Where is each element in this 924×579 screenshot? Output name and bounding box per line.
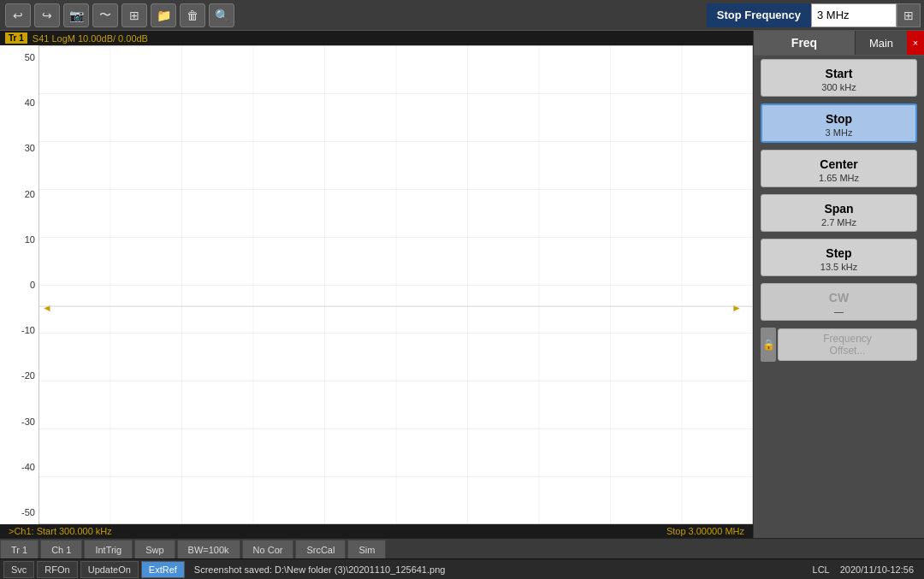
freq-panel: Freq Main × Start 300 kHz Stop 3 MHz Cen… bbox=[753, 31, 924, 538]
tab-nocor[interactable]: No Cor bbox=[242, 540, 294, 558]
grid-button[interactable]: ⊞ bbox=[121, 3, 147, 27]
y-label-n20: -20 bbox=[21, 370, 35, 381]
y-axis: 50 40 30 20 10 0 -10 -20 -30 -40 -50 bbox=[0, 45, 38, 524]
freq-start-button[interactable]: Start 300 kHz bbox=[761, 59, 917, 97]
freq-offset-label: FrequencyOffset... bbox=[782, 333, 913, 357]
trace-label: S41 LogM 10.00dB/ 0.00dB bbox=[33, 33, 148, 44]
status-row: Svc RFOn UpdateOn ExtRef Screenshot save… bbox=[0, 558, 924, 579]
tab-srccal[interactable]: SrcCal bbox=[295, 540, 346, 558]
freq-offset-row: 🔒 FrequencyOffset... bbox=[761, 328, 917, 362]
folder-button[interactable]: 📁 bbox=[151, 3, 176, 27]
freq-center-value: 1.65 MHz bbox=[765, 173, 913, 183]
freq-center-button[interactable]: Center 1.65 MHz bbox=[761, 150, 917, 187]
tab-sim[interactable]: Sim bbox=[347, 540, 386, 558]
grid-area[interactable]: ◄ ► bbox=[38, 45, 753, 524]
main-area: Tr 1 S41 LogM 10.00dB/ 0.00dB 50 40 30 2… bbox=[0, 31, 924, 538]
freq-cw-button: CW — bbox=[761, 283, 917, 321]
freq-cw-value: — bbox=[765, 306, 913, 316]
undo-button[interactable]: ↩ bbox=[5, 3, 31, 27]
freq-span-label: Span bbox=[765, 202, 913, 216]
panel-title: Freq bbox=[754, 31, 856, 55]
freq-step-label: Step bbox=[765, 246, 913, 260]
panel-main-button[interactable]: Main bbox=[856, 31, 907, 55]
freq-step-button[interactable]: Step 13.5 kHz bbox=[761, 239, 917, 276]
camera-button[interactable]: 📷 bbox=[63, 3, 89, 27]
stop-freq-input[interactable] bbox=[811, 3, 897, 27]
freq-center-label: Center bbox=[765, 157, 913, 171]
freq-offset-button: FrequencyOffset... bbox=[778, 328, 917, 361]
freq-step-value: 13.5 kHz bbox=[765, 262, 913, 272]
stop-freq-calc-button[interactable]: ⊞ bbox=[897, 3, 921, 27]
redo-button[interactable]: ↪ bbox=[34, 3, 60, 27]
freq-cw-label: CW bbox=[765, 291, 913, 304]
panel-bottom-space bbox=[754, 365, 924, 538]
wave-button[interactable]: 〜 bbox=[92, 3, 118, 27]
y-label-n10: -10 bbox=[21, 325, 35, 335]
y-label-50: 50 bbox=[25, 52, 35, 62]
status-message: Screenshot saved: D:\New folder (3)\2020… bbox=[187, 564, 806, 575]
trace-badge: Tr 1 bbox=[5, 32, 27, 44]
freq-span-button[interactable]: Span 2.7 MHz bbox=[761, 194, 917, 232]
chart-bottom-stop: Stop 3.00000 MHz bbox=[666, 526, 744, 536]
y-label-n40: -40 bbox=[21, 462, 35, 472]
status-right: LCL 2020/11/10-12:56 bbox=[806, 564, 921, 575]
svg-rect-1 bbox=[38, 45, 753, 524]
y-label-0: 0 bbox=[30, 280, 35, 290]
toolbar: ↩ ↪ 📷 〜 ⊞ 📁 🗑 🔍 Stop Frequency ⊞ bbox=[0, 0, 924, 31]
svg-text:◄: ◄ bbox=[42, 302, 52, 314]
status-lcl: LCL bbox=[813, 564, 830, 575]
freq-span-value: 2.7 MHz bbox=[765, 217, 913, 227]
y-label-n50: -50 bbox=[21, 507, 35, 517]
panel-close-button[interactable]: × bbox=[907, 31, 924, 55]
freq-stop-button[interactable]: Stop 3 MHz bbox=[761, 103, 917, 143]
chart-header: Tr 1 S41 LogM 10.00dB/ 0.00dB bbox=[0, 31, 753, 45]
chart-bottom: >Ch1: Start 300.000 kHz Stop 3.00000 MHz bbox=[0, 524, 753, 538]
chart-svg: ◄ ► bbox=[38, 45, 753, 524]
lock-icon: 🔒 bbox=[761, 328, 776, 362]
y-label-20: 20 bbox=[25, 189, 35, 199]
status-extref: ExtRef bbox=[141, 561, 185, 578]
tab-ch1[interactable]: Ch 1 bbox=[40, 540, 82, 558]
zoom-button[interactable]: 🔍 bbox=[209, 3, 234, 27]
trash-button[interactable]: 🗑 bbox=[180, 3, 205, 27]
chart-body: 50 40 30 20 10 0 -10 -20 -30 -40 -50 bbox=[0, 45, 753, 524]
chart-bottom-start: >Ch1: Start 300.000 kHz bbox=[9, 526, 112, 536]
status-svc: Svc bbox=[3, 561, 34, 578]
tab-swp[interactable]: Swp bbox=[134, 540, 175, 558]
tab-tr1[interactable]: Tr 1 bbox=[0, 540, 38, 558]
freq-stop-label: Stop bbox=[766, 112, 912, 126]
y-label-10: 10 bbox=[25, 234, 35, 245]
panel-header: Freq Main × bbox=[754, 31, 924, 56]
status-datetime: 2020/11/10-12:56 bbox=[840, 564, 914, 575]
freq-start-label: Start bbox=[765, 67, 913, 80]
freq-start-value: 300 kHz bbox=[765, 82, 913, 92]
y-label-40: 40 bbox=[25, 97, 35, 108]
tab-inttrig[interactable]: IntTrig bbox=[84, 540, 133, 558]
status-rfon[interactable]: RFOn bbox=[37, 561, 77, 578]
tab-bw100k[interactable]: BW=100k bbox=[177, 540, 240, 558]
freq-stop-value: 3 MHz bbox=[766, 127, 912, 138]
y-label-30: 30 bbox=[25, 143, 35, 153]
y-label-n30: -30 bbox=[21, 417, 35, 427]
tab-row: Tr 1 Ch 1 IntTrig Swp BW=100k No Cor Src… bbox=[0, 538, 924, 558]
status-updateon[interactable]: UpdateOn bbox=[80, 561, 139, 578]
stop-freq-label: Stop Frequency bbox=[707, 3, 811, 27]
chart-container: Tr 1 S41 LogM 10.00dB/ 0.00dB 50 40 30 2… bbox=[0, 31, 753, 538]
svg-text:►: ► bbox=[732, 302, 742, 314]
